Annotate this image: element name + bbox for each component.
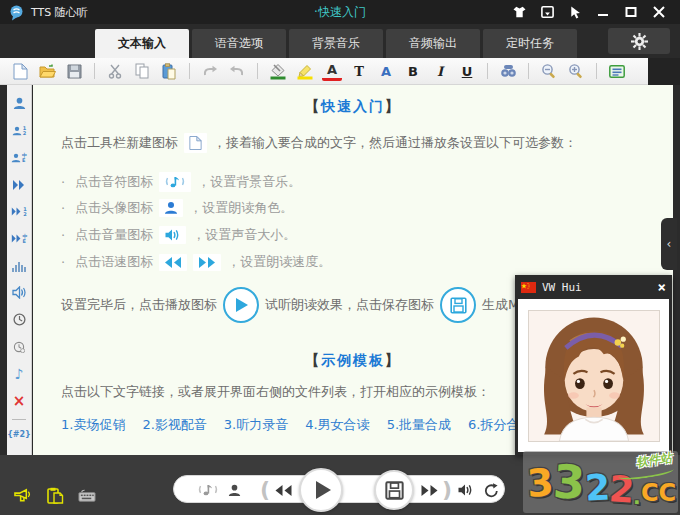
insert-number-icon[interactable]: {#2}: [7, 430, 31, 439]
speed-order-icon[interactable]: 12: [10, 203, 28, 220]
font-color-icon[interactable]: A: [322, 61, 342, 81]
pointer-icon[interactable]: [568, 5, 582, 19]
titlebar: TTS 随心听 ·快速入门: [0, 0, 680, 24]
tray-icon[interactable]: [540, 5, 554, 19]
paragraph-templates: 点击以下文字链接，或者展开界面右侧的文件列表，打开相应的示例模板：: [61, 383, 490, 401]
zoom-out-icon[interactable]: [539, 61, 559, 81]
highlight-pen-icon[interactable]: [295, 61, 315, 81]
keyboard-icon[interactable]: [78, 487, 96, 503]
tab-audio-output[interactable]: 音频输出: [386, 29, 480, 58]
tab-voice-options[interactable]: 语音选项: [192, 29, 286, 58]
bullet-speed: ·点击语速图标 ，设置朗读速度。: [61, 253, 331, 271]
font-serif-icon[interactable]: T: [349, 61, 369, 81]
reader-person-icon[interactable]: [10, 95, 28, 112]
section-title-quickstart: 【快速入门】: [33, 98, 673, 116]
bullet-avatar: ·点击头像图标 ，设置朗读角色。: [61, 199, 293, 217]
person-icon: [159, 199, 183, 217]
playback-bar: ( ): [173, 475, 505, 503]
template-links: 1.卖场促销 2.影视配音 3.听力录音 4.男女合读 5.批量合成 6.拆分合…: [61, 416, 588, 434]
watermark-digit: 3: [525, 460, 554, 506]
delete-icon[interactable]: ×: [10, 392, 28, 409]
bullet-music: ·点击音符图标 ，设置背景音乐。: [61, 172, 301, 192]
left-sidebar: 12 中E 12 中E ♪ × {#2}: [7, 85, 32, 455]
find-icon[interactable]: [498, 61, 518, 81]
music-note-waves-icon: [159, 172, 191, 192]
paragraph-finish: 设置完毕后，点击播放图标 试听朗读效果，点击保存图标 生成MP3: [61, 283, 535, 327]
paste-icon[interactable]: [159, 61, 179, 81]
link-template-3[interactable]: 3.听力录音: [224, 416, 288, 434]
avatar-image: [528, 310, 660, 442]
zoom-in-icon[interactable]: [566, 61, 586, 81]
skin-icon[interactable]: [512, 5, 526, 19]
copy-icon[interactable]: [132, 61, 152, 81]
player-music-icon[interactable]: [196, 476, 220, 504]
tab-scheduled-tasks[interactable]: 定时任务: [483, 29, 577, 58]
collapse-panel-toggle[interactable]: ‹: [661, 218, 677, 270]
save-circle-icon: [440, 287, 476, 323]
italic-icon[interactable]: I: [430, 61, 450, 81]
sidebar-separator: [12, 419, 26, 420]
toolbar-separator: [257, 63, 258, 79]
new-file-inline-icon: [184, 133, 207, 153]
popup-body: [518, 299, 669, 452]
tab-background-music[interactable]: 背景音乐: [289, 29, 383, 58]
maximize-icon[interactable]: [624, 5, 638, 19]
save-file-icon[interactable]: [64, 61, 84, 81]
volume-icon[interactable]: [10, 284, 28, 301]
popup-titlebar: VW Hui ×: [515, 275, 672, 299]
open-file-icon[interactable]: [37, 61, 57, 81]
clock-icon[interactable]: [10, 311, 28, 328]
redo-icon[interactable]: [227, 61, 247, 81]
minimize-icon[interactable]: [596, 5, 610, 19]
popup-close-icon[interactable]: ×: [658, 279, 666, 295]
toolbar-separator: [528, 63, 529, 79]
player-repeat-icon[interactable]: [482, 476, 500, 504]
reader-person-lang-icon[interactable]: 中E: [10, 149, 28, 166]
clock-small-icon[interactable]: [10, 338, 28, 355]
link-template-4[interactable]: 4.男女合读: [305, 416, 369, 434]
toolbar-separator: [94, 63, 95, 79]
link-template-1[interactable]: 1.卖场促销: [61, 416, 125, 434]
undo-icon[interactable]: [200, 61, 220, 81]
paragraph-intro: 点击工具栏新建图标 ，接着输入要合成的文字，然后通过播放条设置以下可选参数：: [61, 133, 577, 153]
underline-icon[interactable]: U: [457, 61, 477, 81]
speaker-icon: [159, 226, 186, 244]
window-title: TTS 随心听: [31, 5, 88, 20]
player-volume-icon[interactable]: [455, 476, 475, 504]
player-person-icon[interactable]: [226, 476, 242, 504]
clipboard-doc-icon[interactable]: [46, 487, 64, 503]
horn-icon[interactable]: [14, 487, 32, 503]
watermark-cc: CC: [641, 479, 676, 507]
toolbar-separator: [596, 63, 597, 79]
link-template-5[interactable]: 5.批量合成: [387, 416, 451, 434]
link-template-2[interactable]: 2.影视配音: [142, 416, 206, 434]
playlist-icon[interactable]: [607, 61, 627, 81]
toolbar: A T A B I U: [0, 58, 648, 85]
equalizer-icon[interactable]: [10, 257, 28, 274]
play-icon: [316, 481, 331, 499]
new-file-icon[interactable]: [10, 61, 30, 81]
player-rewind-icon[interactable]: [272, 476, 294, 504]
rewind-icon: [159, 254, 187, 271]
chevron-left-icon: ‹: [667, 237, 672, 251]
player-forward-icon[interactable]: [418, 476, 440, 504]
popup-title: VW Hui: [542, 281, 582, 294]
speed-lang-icon[interactable]: 中E: [10, 230, 28, 247]
watermark-digit: 3: [552, 454, 587, 510]
gear-icon: [631, 33, 648, 50]
cut-icon[interactable]: [105, 61, 125, 81]
player-save-button[interactable]: [374, 470, 414, 510]
bold-icon[interactable]: B: [403, 61, 423, 81]
fill-color-icon[interactable]: [268, 61, 288, 81]
reader-person-order-icon[interactable]: 12: [10, 122, 28, 139]
bottom-bar: ( ) 3 3 2 2 . CC 软件站: [0, 455, 680, 515]
background-music-icon[interactable]: ♪: [10, 365, 28, 382]
player-play-button[interactable]: [299, 468, 343, 512]
close-icon[interactable]: [652, 5, 666, 19]
speed-icon[interactable]: [10, 176, 28, 193]
tab-text-input[interactable]: 文本输入: [95, 29, 189, 58]
settings-button[interactable]: [608, 28, 670, 54]
play-circle-icon: [223, 287, 259, 323]
font-size-icon[interactable]: A: [376, 61, 396, 81]
toolbar-separator: [487, 63, 488, 79]
